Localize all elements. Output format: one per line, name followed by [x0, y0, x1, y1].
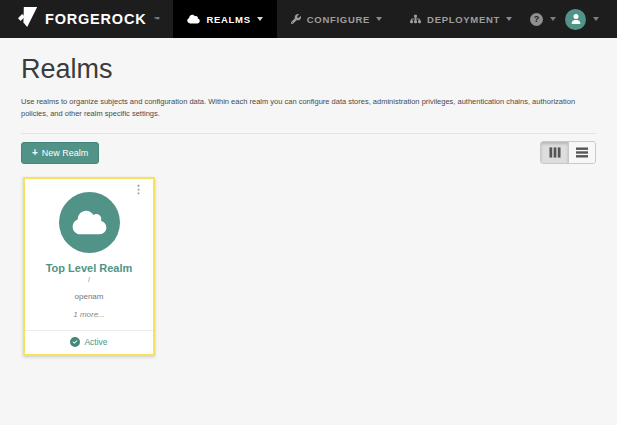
status-badge: Active: [84, 337, 107, 347]
cloud-icon: [187, 14, 200, 24]
divider: [21, 133, 596, 134]
cloud-icon: [72, 209, 107, 236]
realm-avatar: [59, 192, 120, 253]
nav-item-deployment[interactable]: DEPLOYMENT: [396, 0, 526, 38]
brand-name: FORGEROCK: [45, 11, 146, 27]
chevron-down-icon: [593, 17, 599, 21]
realm-path: /: [25, 276, 153, 283]
realm-name-link[interactable]: Top Level Realm: [25, 262, 153, 274]
list-view-button[interactable]: [568, 142, 595, 163]
realm-alias: openam: [25, 292, 153, 301]
main-content: Realms Use realms to organize subjects a…: [0, 54, 617, 356]
user-menu[interactable]: [565, 9, 599, 30]
nav-item-label: DEPLOYMENT: [427, 14, 500, 25]
nav-item-configure[interactable]: CONFIGURE: [277, 0, 396, 38]
navbar-right-group: ?: [530, 0, 617, 38]
nav-item-label: CONFIGURE: [307, 14, 370, 25]
new-realm-button-label: New Realm: [42, 148, 89, 158]
view-toggle-group: [540, 141, 596, 164]
page-title: Realms: [21, 54, 596, 85]
realm-status-footer: Active: [25, 330, 153, 354]
chevron-down-icon: [257, 17, 263, 21]
kebab-menu-icon[interactable]: ⋮: [131, 182, 146, 197]
chevron-down-icon: [506, 17, 512, 21]
chevron-down-icon: [376, 17, 382, 21]
check-circle-icon: [70, 337, 80, 347]
help-menu[interactable]: ?: [530, 13, 556, 26]
grid-view-button[interactable]: [541, 142, 568, 163]
top-navbar: FORGEROCK ™ REALMS CONFIGURE DEPLOYMENT: [0, 0, 617, 38]
chevron-down-icon: [550, 17, 556, 21]
plus-icon: +: [32, 148, 38, 158]
realm-more-link[interactable]: 1 more...: [73, 310, 105, 319]
wrench-icon: [291, 14, 301, 24]
nav-item-realms[interactable]: REALMS: [173, 0, 276, 38]
realm-card-top-level[interactable]: ⋮ Top Level Realm / openam 1 more... Act…: [23, 177, 155, 356]
help-icon: ?: [530, 13, 543, 26]
nav-item-label: REALMS: [206, 14, 250, 25]
list-view-icon: [576, 147, 588, 158]
trademark-mark: ™: [153, 16, 159, 22]
toolbar: + New Realm: [21, 141, 596, 164]
page-description: Use realms to organize subjects and conf…: [21, 96, 596, 120]
forgerock-logo-icon: [18, 6, 38, 32]
avatar: [565, 9, 586, 30]
realm-card-grid: ⋮ Top Level Realm / openam 1 more... Act…: [21, 177, 596, 356]
grid-view-icon: [549, 147, 561, 158]
sitemap-icon: [410, 14, 421, 24]
new-realm-button[interactable]: + New Realm: [21, 142, 99, 164]
forgerock-logo[interactable]: FORGEROCK ™: [0, 0, 173, 38]
